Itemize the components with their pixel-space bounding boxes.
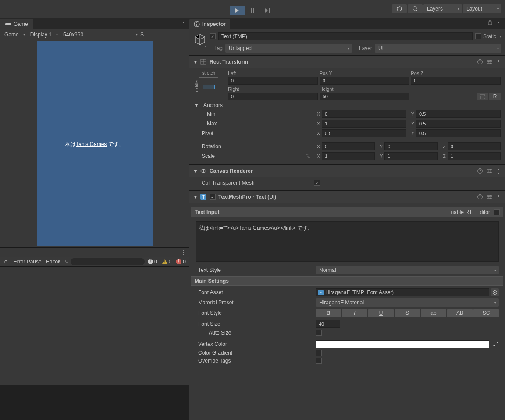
console-search-input[interactable] [71,258,145,265]
game-tab-menu-icon[interactable]: ⋮ [181,20,186,26]
font-asset-field[interactable]: F HiraganaF (TMP_Font Asset) [316,288,489,296]
style-sc-button[interactable]: SC [473,309,499,317]
right-input[interactable] [228,93,318,100]
blueprint-mode-button[interactable] [477,93,488,100]
presets-icon[interactable] [487,59,493,65]
pivot-y-input[interactable] [416,129,501,137]
inspector-tab-label: Inspector [202,21,226,27]
game-display-dropdown[interactable]: Display 1 [28,31,60,39]
style-ab-button[interactable]: ab [421,309,446,317]
rot-y-input[interactable] [384,142,437,150]
layer-dropdown[interactable]: UI [375,44,501,53]
static-dropdown-arrow-icon[interactable]: ▾ [500,35,501,39]
pause-button[interactable] [245,6,260,15]
help-icon[interactable]: ? [477,168,483,174]
gameobject-active-checkbox[interactable] [210,33,216,39]
svg-text:?: ? [479,168,482,174]
console-tab-menu-icon[interactable]: ⋮ [181,249,186,256]
game-resolution-dropdown[interactable]: 540x960 [60,31,139,39]
search-button[interactable] [408,4,423,13]
help-icon[interactable]: ? [477,59,483,65]
cull-label: Cull Transparent Mesh [194,180,312,186]
anchors-toggle-icon[interactable]: ▼ [194,102,198,108]
static-checkbox[interactable] [475,33,481,39]
anchor-max-x-input[interactable] [322,120,406,128]
constrain-scale-icon[interactable] [305,153,311,159]
tmp-enable-checkbox[interactable] [210,194,216,200]
game-mode-dropdown[interactable]: Game [2,31,27,39]
text-input-section[interactable]: Text Input Enable RTL Editor [191,207,503,217]
font-asset-picker-button[interactable] [491,288,499,296]
lock-icon[interactable] [487,20,493,26]
scale-x-input[interactable] [322,152,375,160]
console-warn-count[interactable]: ! 0 [160,259,174,265]
collapse-icon[interactable]: ▼ [193,194,197,200]
collapse-icon[interactable]: ▼ [193,59,197,65]
canvas-renderer-header[interactable]: ▼ Canvas Renderer ? ⋮ [189,165,505,177]
inspector-body: ▾ Static ▾ Tag Untagged [189,29,505,420]
style-cap-button[interactable]: AB [447,309,473,317]
tmp-icon: T [200,193,207,200]
anchor-min-y-input[interactable] [416,110,501,118]
svg-point-6 [66,260,68,263]
inspector-tab[interactable]: Inspector [189,19,230,29]
color-gradient-checkbox[interactable] [316,350,322,356]
svg-text:!: ! [164,259,165,265]
gameobject-icon[interactable]: ▾ [193,32,207,46]
undo-history-button[interactable] [392,4,407,13]
play-button[interactable] [230,6,245,15]
layout-dropdown[interactable]: Layout [463,4,501,13]
pivot-x-input[interactable] [322,129,406,137]
game-tab[interactable]: Game [0,19,33,29]
rtl-checkbox[interactable] [494,209,500,215]
style-b-button[interactable]: B [316,309,341,317]
scale-y-input[interactable] [384,152,437,160]
inspector-tab-menu-icon[interactable]: ⋮ [496,20,501,26]
presets-icon[interactable] [487,194,493,200]
style-s-button[interactable]: S [395,309,420,317]
vertex-color-swatch[interactable] [316,340,489,348]
rect-transform-header[interactable]: ▼ Rect Transform ? ⋮ [189,56,505,68]
raw-edit-button[interactable]: R [489,93,501,100]
cull-checkbox[interactable] [314,180,320,186]
scale-z-input[interactable] [448,152,501,160]
auto-size-checkbox[interactable] [316,330,322,336]
console-info-count[interactable]: ! 0 [146,259,159,265]
main-settings-section[interactable]: Main Settings [191,276,503,286]
step-button[interactable] [260,6,275,15]
layers-dropdown[interactable]: Layers [423,4,462,13]
height-input[interactable] [320,93,409,100]
help-icon[interactable]: ? [477,194,483,200]
text-style-dropdown[interactable]: Normal [316,266,499,274]
posz-input[interactable] [411,77,501,85]
component-menu-icon[interactable]: ⋮ [496,194,501,200]
font-size-input[interactable] [316,320,340,328]
scale-label-wrap: Scale [194,153,312,159]
component-menu-icon[interactable]: ⋮ [496,59,501,65]
anchor-min-x-input[interactable] [322,110,406,118]
rot-z-input[interactable] [448,142,501,150]
console-error-count[interactable]: ! 0 [174,259,188,265]
rot-x-input[interactable] [322,142,375,150]
collapse-icon[interactable]: ▼ [193,168,197,174]
console-clear-button[interactable]: e [2,258,10,266]
material-dropdown[interactable]: HiraganaF Material [316,298,499,307]
override-tags-checkbox[interactable] [316,358,322,364]
gameobject-name-input[interactable] [218,32,473,40]
console-toolbar: e Error Pause Editor ! 0 ! 0 ! 0 [0,257,189,267]
tmp-header[interactable]: ▼ T TextMeshPro - Text (UI) ? ⋮ [189,191,505,203]
svg-text:!: ! [149,259,151,264]
console-error-pause-button[interactable]: Error Pause [11,258,44,266]
style-u-button[interactable]: U [368,309,394,317]
presets-icon[interactable] [487,168,493,174]
posy-input[interactable] [320,77,409,85]
tag-dropdown[interactable]: Untagged [225,44,352,53]
anchor-preset-button[interactable]: stretch middle [194,71,224,102]
left-input[interactable] [228,77,318,85]
style-i-button[interactable]: I [342,309,367,317]
console-editor-dropdown[interactable]: Editor [45,258,62,266]
eyedropper-button[interactable] [491,340,499,348]
tmp-text-input[interactable]: 私は<link=""><u>Tanis Games</u></link> です。 [196,221,499,262]
component-menu-icon[interactable]: ⋮ [496,168,501,174]
anchor-max-y-input[interactable] [416,120,501,128]
